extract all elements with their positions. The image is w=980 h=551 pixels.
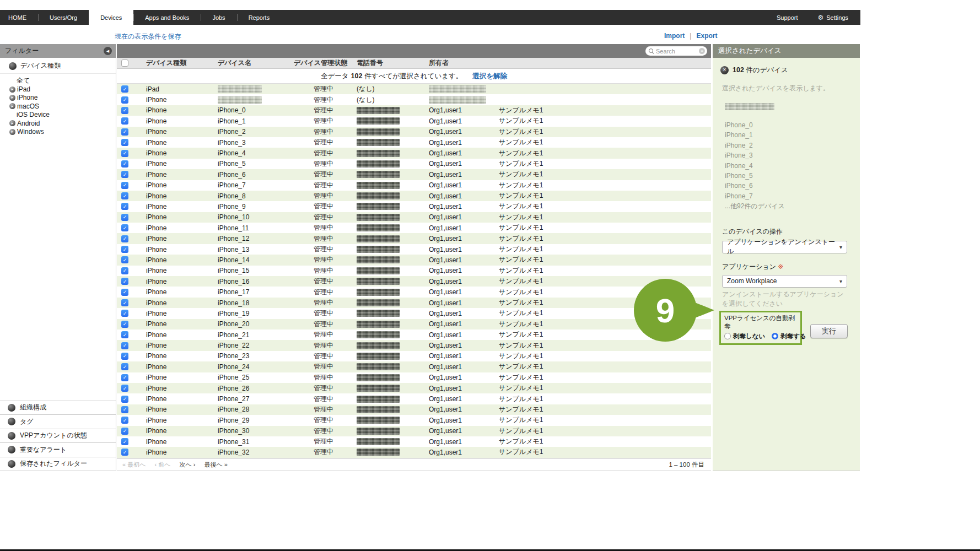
row-checkbox[interactable]: ✓	[121, 310, 128, 317]
table-row[interactable]: ✓iPhoneiPhone_8管理中Org1,user1サンプルメモ1	[117, 191, 711, 201]
row-checkbox[interactable]: ✓	[121, 353, 128, 360]
row-checkbox[interactable]: ✓	[121, 246, 128, 253]
row-checkbox[interactable]: ✓	[121, 224, 128, 231]
table-row[interactable]: ✓iPhoneiPhone_2管理中Org1,user1サンプルメモ1	[117, 127, 711, 137]
table-row[interactable]: ✓iPhoneiPhone_6管理中Org1,user1サンプルメモ1	[117, 169, 711, 180]
clear-selection-link[interactable]: 選択を解除	[472, 72, 507, 81]
row-checkbox[interactable]: ✓	[121, 342, 128, 349]
import-link[interactable]: Import	[664, 32, 685, 40]
row-checkbox[interactable]: ✓	[121, 96, 128, 104]
clear-search-icon[interactable]: ×	[699, 48, 705, 54]
table-row[interactable]: ✓iPhoneiPhone_14管理中Org1,user1サンプルメモ1	[117, 255, 711, 265]
column-device-type[interactable]: デバイス種類	[142, 58, 213, 68]
column-phone-number[interactable]: 電話番号	[354, 58, 426, 68]
row-checkbox[interactable]: ✓	[121, 117, 128, 125]
table-row[interactable]: ✓iPhoneiPhone_11管理中Org1,user1サンプルメモ1	[117, 223, 711, 233]
table-row[interactable]: ✓iPhoneiPhone_1管理中Org1,user1サンプルメモ1	[117, 116, 711, 126]
sidebar-item-iphone[interactable]: ▸iPhone	[0, 94, 116, 102]
radio-revoke-on[interactable]: 剥奪する	[772, 332, 806, 341]
sidebar-item-macos[interactable]: ▸macOS	[0, 102, 116, 110]
row-checkbox[interactable]: ✓	[121, 374, 128, 381]
row-checkbox[interactable]: ✓	[121, 235, 128, 242]
pagination-next[interactable]: 次へ ›	[179, 461, 195, 469]
sidebar-section-vpp-account[interactable]: VPPアカウントの状態	[0, 429, 116, 443]
sidebar-section-saved-filters[interactable]: 保存されたフィルター	[0, 457, 116, 471]
sidebar-item-ipad[interactable]: ▸iPad	[0, 85, 116, 93]
row-checkbox[interactable]: ✓	[121, 214, 128, 221]
deselect-all-icon[interactable]: ×	[720, 66, 729, 74]
table-row[interactable]: ✓iPhoneiPhone_21管理中Org1,user1サンプルメモ1	[117, 329, 711, 340]
column-device-name[interactable]: デバイス名	[213, 58, 293, 68]
row-checkbox[interactable]: ✓	[121, 256, 128, 263]
row-checkbox[interactable]: ✓	[121, 417, 128, 424]
column-management-status[interactable]: デバイス管理状態	[293, 58, 354, 68]
row-checkbox[interactable]: ✓	[121, 128, 128, 136]
support-link[interactable]: Support	[777, 14, 798, 21]
row-checkbox[interactable]: ✓	[121, 182, 128, 189]
table-row[interactable]: ✓iPhoneiPhone_9管理中Org1,user1サンプルメモ1	[117, 201, 711, 212]
tab-jobs[interactable]: Jobs	[201, 10, 236, 25]
search-input[interactable]	[656, 48, 697, 55]
table-row[interactable]: ✓iPhoneiPhone_24管理中Org1,user1サンプルメモ1	[117, 361, 711, 372]
table-row[interactable]: ✓iPhoneiPhone_27管理中Org1,user1サンプルメモ1	[117, 393, 711, 404]
tab-users-org[interactable]: Users/Org	[38, 10, 89, 25]
row-checkbox[interactable]: ✓	[121, 406, 128, 413]
tab-reports[interactable]: Reports	[237, 10, 282, 25]
save-filter-link[interactable]: 現在の表示条件を保存	[115, 32, 181, 41]
row-checkbox[interactable]: ✓	[121, 160, 128, 168]
row-checkbox[interactable]: ✓	[121, 438, 128, 445]
row-checkbox[interactable]: ✓	[121, 396, 128, 403]
pagination-last[interactable]: 最後へ »	[204, 461, 227, 469]
row-checkbox[interactable]: ✓	[121, 299, 128, 306]
table-row[interactable]: ✓iPhoneiPhone_28管理中Org1,user1サンプルメモ1	[117, 404, 711, 415]
table-row[interactable]: ✓iPad管理中(なし)	[117, 84, 711, 94]
table-row[interactable]: ✓iPhoneiPhone_23管理中Org1,user1サンプルメモ1	[117, 351, 711, 361]
row-checkbox[interactable]: ✓	[121, 150, 128, 157]
row-checkbox[interactable]: ✓	[121, 289, 128, 296]
table-row[interactable]: ✓iPhoneiPhone_26管理中Org1,user1サンプルメモ1	[117, 383, 711, 393]
row-checkbox[interactable]: ✓	[121, 171, 128, 178]
table-row[interactable]: ✓iPhoneiPhone_0管理中Org1,user1サンプルメモ1	[117, 105, 711, 116]
export-link[interactable]: Export	[696, 32, 717, 40]
tab-home[interactable]: HOME	[0, 10, 38, 25]
table-row[interactable]: ✓iPhoneiPhone_7管理中Org1,user1サンプルメモ1	[117, 180, 711, 191]
table-row[interactable]: ✓iPhoneiPhone_5管理中Org1,user1サンプルメモ1	[117, 159, 711, 169]
row-checkbox[interactable]: ✓	[121, 331, 128, 338]
collapse-sidebar-button[interactable]: ◀	[104, 47, 112, 55]
table-row[interactable]: ✓iPhoneiPhone_31管理中Org1,user1サンプルメモ1	[117, 436, 711, 447]
row-checkbox[interactable]: ✓	[121, 278, 128, 285]
column-owner[interactable]: 所有者	[426, 58, 494, 68]
table-row[interactable]: ✓iPhoneiPhone_15管理中Org1,user1サンプルメモ1	[117, 266, 711, 276]
tab-apps-and-books[interactable]: Apps and Books	[133, 10, 201, 25]
settings-link[interactable]: ⚙ Settings	[817, 14, 848, 21]
row-checkbox[interactable]: ✓	[121, 449, 128, 456]
table-row[interactable]: ✓iPhone管理中(なし)	[117, 94, 711, 105]
sidebar-item-all[interactable]: 全て	[0, 77, 116, 85]
table-row[interactable]: ✓iPhoneiPhone_17管理中Org1,user1サンプルメモ1	[117, 287, 711, 297]
sidebar-item-android[interactable]: ▸Android	[0, 119, 116, 127]
table-row[interactable]: ✓iPhoneiPhone_19管理中Org1,user1サンプルメモ1	[117, 308, 711, 318]
row-checkbox[interactable]: ✓	[121, 107, 128, 114]
table-row[interactable]: ✓iPhoneiPhone_30管理中Org1,user1サンプルメモ1	[117, 426, 711, 436]
row-checkbox[interactable]: ✓	[121, 192, 128, 199]
table-row[interactable]: ✓iPhoneiPhone_20管理中Org1,user1サンプルメモ1	[117, 319, 711, 329]
device-type-section-header[interactable]: デバイス種類	[0, 58, 116, 74]
table-row[interactable]: ✓iPhoneiPhone_4管理中Org1,user1サンプルメモ1	[117, 148, 711, 158]
sidebar-item-ios-device[interactable]: iOS Device	[0, 111, 116, 119]
row-checkbox[interactable]: ✓	[121, 203, 128, 210]
sidebar-section-org[interactable]: 組織構成	[0, 401, 116, 415]
row-checkbox[interactable]: ✓	[121, 385, 128, 392]
table-row[interactable]: ✓iPhoneiPhone_32管理中Org1,user1サンプルメモ1	[117, 447, 711, 457]
table-row[interactable]: ✓iPhoneiPhone_10管理中Org1,user1サンプルメモ1	[117, 212, 711, 223]
row-checkbox[interactable]: ✓	[121, 321, 128, 328]
search-box[interactable]: ×	[645, 46, 707, 56]
table-row[interactable]: ✓iPhoneiPhone_16管理中Org1,user1サンプルメモ1	[117, 276, 711, 287]
table-row[interactable]: ✓iPhoneiPhone_22管理中Org1,user1サンプルメモ1	[117, 340, 711, 350]
sidebar-section-tag[interactable]: タグ	[0, 414, 116, 429]
table-row[interactable]: ✓iPhoneiPhone_18管理中Org1,user1サンプルメモ1	[117, 298, 711, 308]
sidebar-section-alerts[interactable]: 重要なアラート	[0, 442, 116, 457]
table-row[interactable]: ✓iPhoneiPhone_25管理中Org1,user1サンプルメモ1	[117, 372, 711, 383]
application-select[interactable]: Zoom Workplace ▾	[722, 275, 847, 288]
radio-revoke-off[interactable]: 剥奪しない	[724, 332, 765, 341]
row-checkbox[interactable]: ✓	[121, 139, 128, 146]
